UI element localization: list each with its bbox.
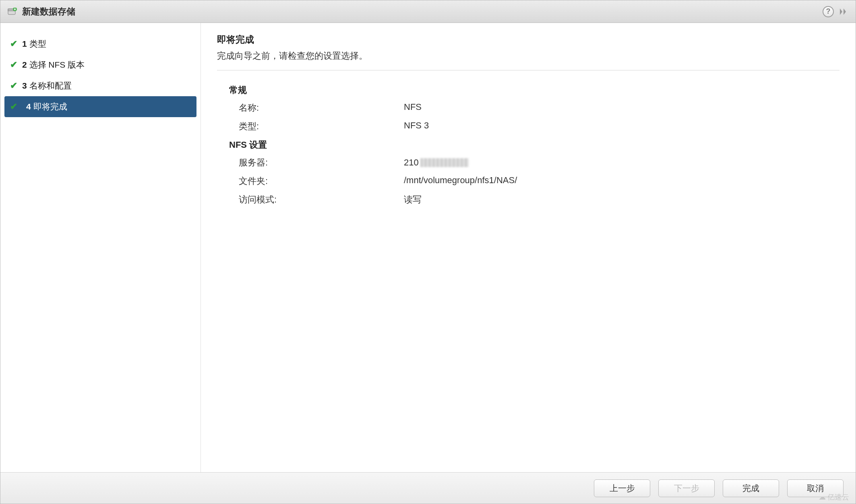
wizard-content: 即将完成 完成向导之前，请检查您的设置选择。 常规 名称: NFS 类型: NF… <box>201 23 856 472</box>
check-icon: ✔ <box>10 60 22 70</box>
cloud-icon: ☁ <box>819 493 826 502</box>
popout-icon[interactable] <box>839 8 848 16</box>
step-label: 2 选择 NFS 版本 <box>22 59 85 70</box>
wizard-steps-sidebar: ✔ 1 类型 ✔ 2 选择 NFS 版本 ✔ 3 名称和配置 ✔ <box>0 23 201 472</box>
finish-button[interactable]: 完成 <box>723 479 779 497</box>
row-name: 名称: NFS <box>239 102 839 114</box>
step-nfs-version[interactable]: ✔ 2 选择 NFS 版本 <box>0 54 201 75</box>
datastore-add-icon <box>8 8 17 16</box>
content-subheading: 完成向导之前，请检查您的设置选择。 <box>217 50 839 70</box>
label-type: 类型: <box>239 120 404 132</box>
wizard-title: 新建数据存储 <box>22 6 75 18</box>
label-folder: 文件夹: <box>239 175 404 187</box>
check-icon: ✔ <box>10 39 22 49</box>
wizard-titlebar: 新建数据存储 ? <box>0 0 856 23</box>
step-name-config[interactable]: ✔ 3 名称和配置 <box>0 75 201 96</box>
value-server: 210 <box>404 157 839 169</box>
value-type: NFS 3 <box>404 120 839 132</box>
label-server: 服务器: <box>239 157 404 169</box>
step-type[interactable]: ✔ 1 类型 <box>0 33 201 54</box>
section-nfs-title: NFS 设置 <box>229 139 839 151</box>
label-name: 名称: <box>239 102 404 114</box>
redacted-mask <box>420 158 469 167</box>
row-type: 类型: NFS 3 <box>239 120 839 132</box>
step-ready-to-complete[interactable]: 4 即将完成 <box>4 96 196 117</box>
new-datastore-wizard: 新建数据存储 ? ✔ 1 类型 ✔ 2 选择 NFS 版本 <box>0 0 856 504</box>
value-access-mode: 读写 <box>404 194 839 206</box>
content-heading: 即将完成 <box>217 33 839 46</box>
check-icon: ✔ <box>10 101 17 112</box>
watermark: ☁ 亿速云 <box>819 492 849 502</box>
help-icon[interactable]: ? <box>823 6 834 17</box>
label-access-mode: 访问模式: <box>239 194 404 206</box>
row-access-mode: 访问模式: 读写 <box>239 194 839 206</box>
step-label: 3 名称和配置 <box>22 80 72 91</box>
row-folder: 文件夹: /mnt/volumegroup/nfs1/NAS/ <box>239 175 839 187</box>
row-server: 服务器: 210 <box>239 157 839 169</box>
back-button[interactable]: 上一步 <box>594 479 650 497</box>
check-icon: ✔ <box>10 81 22 91</box>
value-folder: /mnt/volumegroup/nfs1/NAS/ <box>404 175 839 187</box>
wizard-body: ✔ 1 类型 ✔ 2 选择 NFS 版本 ✔ 3 名称和配置 ✔ <box>0 23 856 472</box>
step-label: 1 类型 <box>22 38 46 50</box>
wizard-footer: 上一步 下一步 完成 取消 <box>0 472 856 504</box>
step-ready-wrap: ✔ 4 即将完成 <box>0 96 201 117</box>
section-general-title: 常规 <box>229 84 839 96</box>
watermark-text: 亿速云 <box>827 492 849 502</box>
next-button: 下一步 <box>658 479 715 497</box>
step-label: 4 即将完成 <box>26 101 67 112</box>
value-name: NFS <box>404 102 839 114</box>
